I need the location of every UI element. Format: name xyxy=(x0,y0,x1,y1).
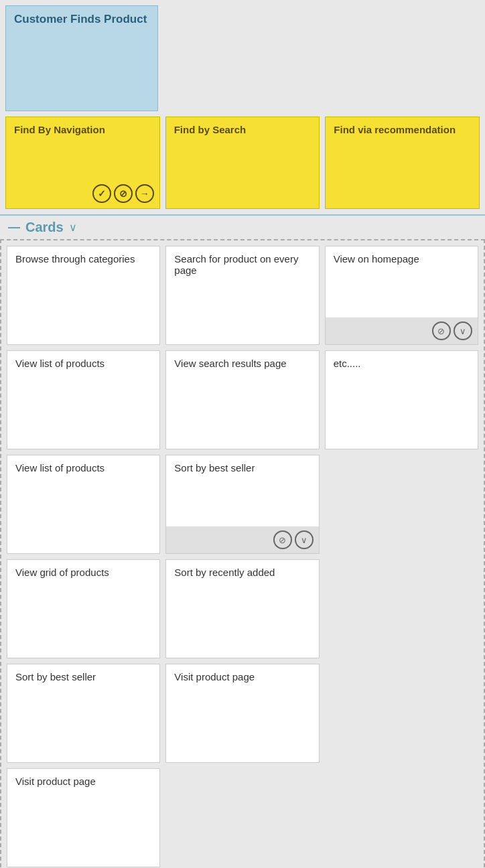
yellow-card-search-label: Find by Search xyxy=(174,124,247,135)
card-view-list-1[interactable]: View list of products xyxy=(7,350,160,449)
card-etc[interactable]: etc..... xyxy=(325,350,478,449)
card-sort-best-seller-1[interactable]: Sort by best seller ⊘ ∨ xyxy=(165,455,319,554)
cards-section-header: — Cards ∨ xyxy=(0,214,485,239)
slash-circle-icon[interactable]: ⊘ xyxy=(114,184,133,203)
card-label: Search for product on every page xyxy=(174,253,298,276)
card-label: View on homepage xyxy=(334,253,419,265)
card-label: View search results page xyxy=(174,358,286,369)
customer-finds-product-card: Customer Finds Product xyxy=(5,5,158,111)
card-sort-best-seller-2[interactable]: Sort by best seller xyxy=(7,664,160,763)
card-label: Sort by recently added xyxy=(174,567,275,578)
cards-grid-wrapper: Browse through categories Search for pro… xyxy=(0,239,485,868)
card-view-grid[interactable]: View grid of products xyxy=(7,559,160,658)
card-label: Visit product page xyxy=(15,776,96,787)
card-visit-product-page-1[interactable]: Visit product page xyxy=(165,664,319,763)
slash-icon[interactable]: ⊘ xyxy=(273,530,292,549)
card-visit-product-page-2[interactable]: Visit product page xyxy=(7,768,160,867)
yellow-card-navigation-label: Find By Navigation xyxy=(14,124,105,135)
card-view-homepage[interactable]: View on homepage ⊘ ∨ xyxy=(325,246,478,345)
card-empty-4 xyxy=(165,768,319,867)
card-empty-5 xyxy=(325,768,478,867)
card-label: View grid of products xyxy=(15,567,109,578)
card-bottom-bar: ⊘ ∨ xyxy=(326,317,478,344)
chevron-down-icon[interactable]: ∨ xyxy=(295,530,314,549)
card-view-list-2[interactable]: View list of products xyxy=(7,455,160,554)
yellow-card-search[interactable]: Find by Search xyxy=(165,117,320,209)
yellow-card-recommendation[interactable]: Find via recommendation xyxy=(325,117,480,209)
card-empty-1 xyxy=(325,455,478,554)
cards-grid: Browse through categories Search for pro… xyxy=(7,246,478,867)
cards-section-title: Cards xyxy=(25,220,64,235)
card-label: Browse through categories xyxy=(15,253,135,265)
arrow-circle-icon[interactable]: → xyxy=(135,184,154,203)
card-empty-2 xyxy=(325,559,478,658)
card-label: etc..... xyxy=(334,358,361,369)
check-circle-icon[interactable]: ✓ xyxy=(92,184,111,203)
card-view-search-results[interactable]: View search results page xyxy=(165,350,319,449)
card-empty-3 xyxy=(325,664,478,763)
card-label: Visit product page xyxy=(174,671,255,682)
yellow-card-navigation[interactable]: Find By Navigation ✓ ⊘ → xyxy=(5,117,160,209)
yellow-card-icons: ✓ ⊘ → xyxy=(92,184,154,203)
card-blue-label: Customer Finds Product xyxy=(14,13,147,25)
minus-icon: — xyxy=(8,220,20,234)
card-label: Sort by best seller xyxy=(15,671,96,682)
yellow-cards-row: Find By Navigation ✓ ⊘ → Find by Search … xyxy=(0,117,485,214)
chevron-down-icon[interactable]: ∨ xyxy=(69,221,77,234)
card-label: View list of products xyxy=(15,462,105,474)
yellow-card-recommendation-label: Find via recommendation xyxy=(334,124,456,135)
card-label: Sort by best seller xyxy=(174,462,255,474)
slash-icon[interactable]: ⊘ xyxy=(432,321,451,340)
card-sort-recently-added[interactable]: Sort by recently added xyxy=(165,559,319,658)
card-browse-categories[interactable]: Browse through categories xyxy=(7,246,160,345)
card-label: View list of products xyxy=(15,358,105,369)
card-bottom-bar: ⊘ ∨ xyxy=(166,526,318,553)
card-search-every-page[interactable]: Search for product on every page xyxy=(165,246,319,345)
chevron-down-icon[interactable]: ∨ xyxy=(454,321,472,340)
